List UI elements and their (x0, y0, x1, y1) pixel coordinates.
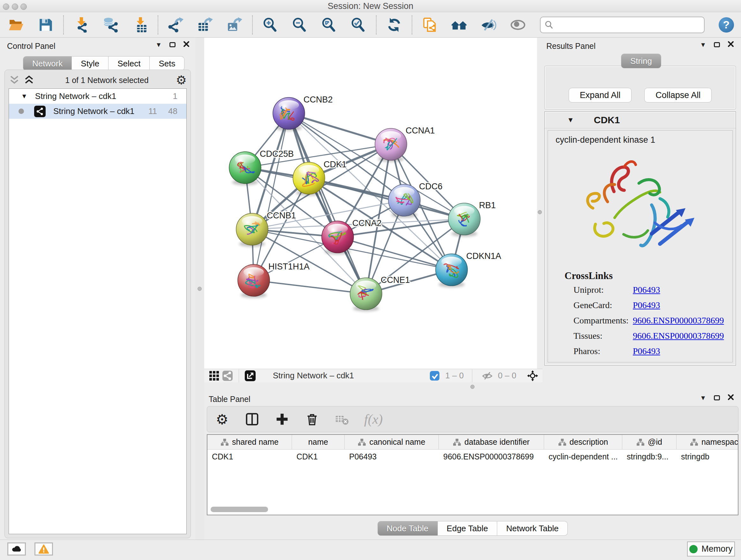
add-column-icon[interactable] (274, 411, 290, 427)
zoom-fit-icon[interactable] (321, 17, 337, 33)
save-session-icon[interactable] (38, 17, 54, 33)
zoom-in-icon[interactable] (262, 17, 278, 33)
refresh-view-icon[interactable] (386, 17, 402, 33)
column-header-shared-name[interactable]: shared name (207, 435, 292, 449)
crosslink-label: GeneCard: (574, 300, 633, 310)
gear-icon[interactable]: ⚙ (176, 75, 187, 85)
share-view-icon[interactable] (221, 369, 234, 382)
search-icon (544, 20, 554, 30)
zoom-selected-icon[interactable] (350, 17, 366, 33)
right-splitter[interactable] (537, 38, 542, 382)
tab-string[interactable]: String (621, 54, 661, 68)
horizontal-splitter[interactable] (204, 382, 741, 392)
memory-label: Memory (701, 544, 733, 554)
import-network-file-icon[interactable] (73, 17, 89, 33)
panel-float-icon[interactable] (714, 395, 720, 400)
table-row[interactable]: CDK1CDK1P064939606.ENSP00000378699cyclin… (207, 449, 738, 464)
tab-network[interactable]: Network (23, 56, 72, 71)
edge-count: 48 (168, 106, 178, 116)
cloud-button[interactable] (7, 543, 26, 556)
zoom-out-icon[interactable] (292, 17, 308, 33)
panel-menu-icon[interactable]: ▼ (155, 41, 162, 49)
home-view-icon[interactable] (451, 17, 467, 33)
splitter-grip[interactable] (470, 385, 475, 389)
node-CCNB2[interactable]: CCNB2 (273, 95, 333, 131)
memory-button[interactable]: Memory (687, 542, 735, 557)
section-expander-icon[interactable]: ▼ (567, 116, 574, 124)
network-canvas[interactable]: CCNB2CCNA1CDC25BCDK1CDC6RB1CCNB1CCNA2CDK… (204, 38, 537, 369)
splitter-grip[interactable] (538, 210, 542, 214)
column-header-database-identifier[interactable]: database identifier (439, 435, 544, 449)
panel-close-icon[interactable] (183, 41, 190, 49)
horizontal-scrollbar[interactable] (211, 507, 268, 512)
crosslink-row: GeneCard:P06493 (574, 300, 732, 310)
node-CDKN1A[interactable]: CDKN1A (435, 251, 501, 287)
search-box[interactable] (540, 17, 704, 33)
collapse-all-icon[interactable] (9, 75, 20, 85)
network-row-selected[interactable]: String Network – cdk1 11 48 (9, 104, 186, 119)
column-header-description[interactable]: description (544, 435, 622, 449)
node-HIST1H1A[interactable]: HIST1H1A (238, 262, 310, 298)
column-header-canonical-name[interactable]: canonical name (345, 435, 439, 449)
crosslink-link[interactable]: 9606.ENSP00000378699 (633, 331, 724, 341)
open-session-icon[interactable] (8, 17, 24, 33)
warning-button[interactable] (35, 543, 53, 556)
selected-checkbox-icon[interactable] (428, 369, 441, 382)
split-columns-icon[interactable] (244, 411, 260, 427)
help-button[interactable]: ? (719, 17, 734, 33)
copy-network-icon[interactable] (422, 17, 438, 33)
delete-column-icon[interactable] (304, 411, 320, 427)
panel-float-icon[interactable] (714, 42, 720, 47)
edge[interactable] (254, 280, 366, 294)
crosslink-link[interactable]: P06493 (633, 346, 660, 356)
export-network-icon[interactable] (168, 17, 184, 33)
network-view-toolbar: String Network – cdk1 1 – 0 0 – 0 (204, 369, 542, 382)
node-RB1[interactable]: RB1 (448, 200, 496, 237)
panel-close-icon[interactable] (728, 394, 734, 401)
node-CCNA1[interactable]: CCNA1 (375, 126, 435, 162)
current-network-dot-icon (18, 109, 24, 114)
protein-section-header[interactable]: ▼ CDK1 (545, 112, 736, 128)
expand-all-button[interactable]: Expand All (569, 88, 632, 103)
column-header-@id[interactable]: @id (622, 435, 677, 449)
crosslink-link[interactable]: P06493 (633, 285, 660, 295)
table-panel: Table Panel ▼ ⚙ f(x) shared namenamecano… (204, 392, 741, 540)
tab-sets[interactable]: Sets (150, 56, 185, 71)
tab-network-table[interactable]: Network Table (497, 521, 568, 536)
network-collection-row[interactable]: ▼ String Network – cdk1 1 (9, 89, 186, 104)
column-header-name[interactable]: name (292, 435, 345, 449)
expand-all-icon[interactable] (23, 75, 35, 85)
export-image-icon[interactable] (226, 17, 243, 33)
import-table-file-icon[interactable] (132, 17, 148, 33)
splitter-grip[interactable] (198, 287, 202, 291)
import-network-database-icon[interactable] (103, 17, 119, 33)
node-CCNE1[interactable]: CCNE1 (350, 275, 410, 311)
panel-menu-icon[interactable]: ▼ (700, 394, 706, 401)
tree-expander-icon[interactable]: ▼ (21, 92, 27, 100)
table-cell: stringdb:9... (622, 449, 677, 464)
crosslink-link[interactable]: P06493 (633, 300, 660, 310)
tab-node-table[interactable]: Node Table (378, 521, 438, 536)
collapse-all-button[interactable]: Collapse All (644, 88, 712, 103)
node-CDC6[interactable]: CDC6 (388, 182, 443, 218)
panel-close-icon[interactable] (728, 41, 734, 49)
search-input[interactable] (557, 20, 700, 30)
toolbar-separator (158, 15, 158, 35)
export-table-icon[interactable] (197, 17, 213, 33)
grid-view-icon[interactable] (207, 369, 221, 382)
node-label: CCNE1 (381, 275, 410, 285)
tab-select[interactable]: Select (109, 56, 150, 71)
panel-menu-icon[interactable]: ▼ (700, 41, 706, 49)
tab-edge-table[interactable]: Edge Table (438, 521, 497, 536)
memory-status-icon (689, 545, 697, 553)
column-header-namespace[interactable]: namespace (677, 435, 738, 449)
table-settings-gear-icon[interactable]: ⚙ (214, 411, 230, 427)
crosslink-link[interactable]: 9606.ENSP00000378699 (633, 315, 724, 326)
hide-selected-icon[interactable] (481, 17, 496, 33)
open-in-window-icon[interactable] (244, 369, 257, 382)
vertical-splitter[interactable] (195, 38, 204, 540)
birdseye-icon[interactable] (526, 369, 539, 382)
panel-float-icon[interactable] (170, 42, 176, 47)
tab-style[interactable]: Style (72, 56, 109, 71)
control-panel-title: Control Panel (7, 42, 55, 51)
